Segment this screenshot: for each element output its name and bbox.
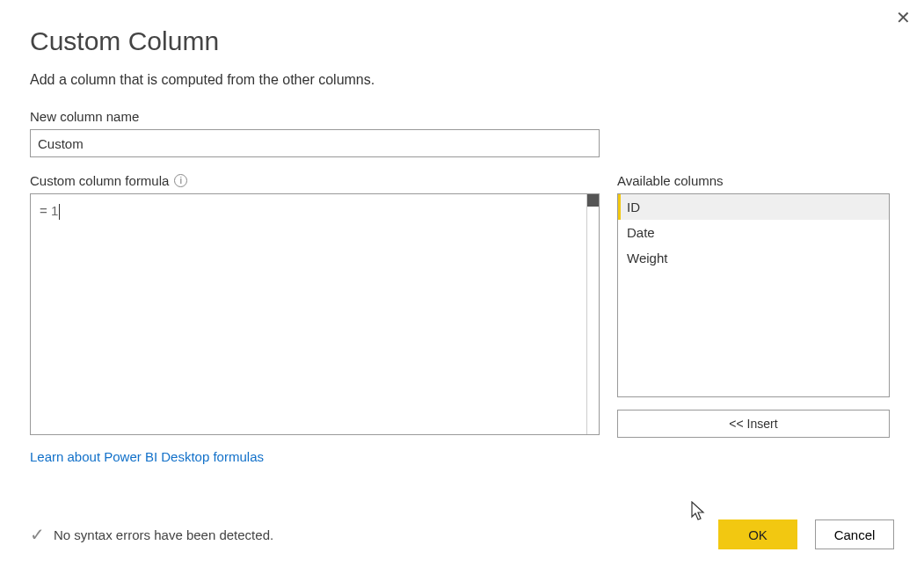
dialog-footer: ✓ No syntax errors have been detected. O…	[30, 520, 894, 549]
formula-label: Custom column formula i	[30, 173, 600, 188]
text-caret	[59, 204, 60, 220]
available-column-item[interactable]: Weight	[618, 245, 889, 271]
dialog-body: Custom Column Add a column that is compu…	[0, 0, 924, 483]
learn-link[interactable]: Learn about Power BI Desktop formulas	[30, 449, 264, 464]
close-button[interactable]: ✕	[896, 9, 911, 26]
available-column-item[interactable]: ID	[618, 194, 889, 220]
dialog-subtitle: Add a column that is computed from the o…	[30, 72, 894, 88]
ok-button[interactable]: OK	[718, 520, 797, 549]
close-icon: ✕	[896, 8, 911, 27]
formula-input[interactable]: = 1	[30, 193, 600, 435]
new-column-name-label: New column name	[30, 109, 894, 124]
cancel-button[interactable]: Cancel	[815, 520, 894, 549]
check-icon: ✓	[30, 524, 45, 545]
available-columns-list[interactable]: ID Date Weight	[617, 193, 890, 397]
status-area: ✓ No syntax errors have been detected.	[30, 524, 273, 545]
new-column-name-input[interactable]	[30, 129, 600, 157]
formula-scrollbar[interactable]	[586, 194, 599, 434]
formula-label-text: Custom column formula	[30, 173, 169, 188]
available-columns-label: Available columns	[617, 173, 890, 188]
info-icon[interactable]: i	[174, 174, 187, 187]
status-message: No syntax errors have been detected.	[54, 527, 273, 542]
formula-text: = 1	[40, 203, 58, 218]
available-column-item[interactable]: Date	[618, 220, 889, 245]
dialog-title: Custom Column	[30, 26, 894, 56]
insert-button[interactable]: << Insert	[617, 410, 890, 438]
